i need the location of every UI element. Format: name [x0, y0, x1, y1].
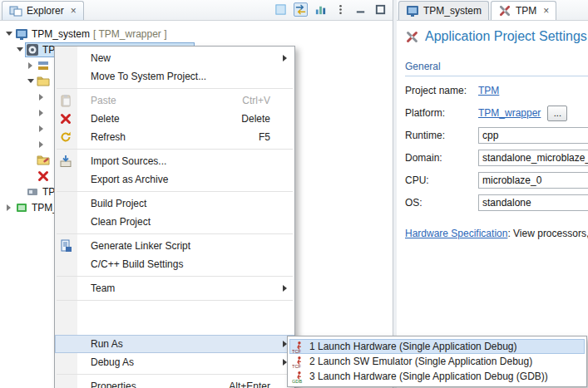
field-input[interactable]	[478, 194, 588, 211]
menu-item-label: Build Project	[91, 198, 146, 209]
field-input[interactable]	[478, 172, 588, 189]
settings-icon	[405, 30, 419, 44]
menu-item-icon-slot	[59, 356, 73, 369]
menu-item-run-as[interactable]: Run As	[55, 335, 294, 353]
menu-item-icon-slot	[59, 337, 73, 351]
tree-item-decorator: [ TPM_wrapper ]	[93, 28, 166, 40]
menu-item-new[interactable]: New	[55, 49, 294, 67]
delete-icon	[59, 112, 73, 125]
submenu-item-label: 2 Launch SW Emulator (Single Application…	[309, 356, 532, 367]
submenu-arrow-icon	[279, 55, 290, 61]
system-project-icon	[15, 27, 28, 41]
system-project-icon	[406, 4, 419, 17]
minimize-icon[interactable]	[353, 2, 368, 17]
menu-separator	[57, 88, 293, 89]
tab-tpm-system[interactable]: TPM_system	[398, 1, 489, 20]
menu-item-move-to-system-project[interactable]: Move To System Project...	[55, 67, 294, 86]
tree-indent	[14, 184, 25, 199]
menu-separator	[57, 191, 293, 192]
close-icon[interactable]: ×	[543, 6, 549, 16]
blue-square-icon[interactable]	[274, 2, 288, 17]
explorer-toolbar	[274, 2, 393, 20]
menu-item-c-c-build-settings[interactable]: C/C++ Build Settings	[55, 255, 294, 273]
run-as-submenu: TCF1 Launch Hardware (Single Application…	[287, 336, 587, 387]
tree-item-label: TPM_system	[32, 28, 90, 40]
tab-label: Explorer	[27, 5, 64, 17]
menu-item-team[interactable]: Team	[55, 279, 294, 297]
hardware-specification-link[interactable]: Hardware Specification	[405, 228, 507, 239]
submenu-item-3-launch-hardware-single-application-debug-gdb[interactable]: GDB3 Launch Hardware (Single Application…	[289, 369, 585, 384]
close-icon[interactable]: ×	[71, 6, 77, 16]
field-input[interactable]	[478, 150, 588, 166]
expand-arrow-icon[interactable]	[25, 58, 36, 73]
folder-icon	[37, 75, 50, 88]
field-input[interactable]	[478, 127, 588, 144]
menu-separator	[57, 374, 293, 375]
menu-separator	[57, 300, 293, 301]
menu-item-build-project[interactable]: Build Project	[55, 194, 294, 213]
field-label: Project name:	[405, 85, 478, 96]
settings-icon	[498, 4, 511, 17]
menu-item-refresh[interactable]: RefreshF5	[55, 128, 294, 146]
menu-item-delete[interactable]: DeleteDelete	[55, 110, 294, 128]
submenu-item-label: 3 Launch Hardware (Single Application De…	[309, 371, 548, 382]
project-settings-editor: Application Project Settings General Pro…	[397, 21, 588, 388]
tab-label: TPM_system	[423, 5, 482, 17]
browse-button[interactable]: ...	[547, 106, 567, 121]
expand-arrow-icon[interactable]	[36, 121, 47, 136]
tab-label: TPM	[516, 5, 536, 17]
submenu-item-1-launch-hardware-single-application-debug[interactable]: TCF1 Launch Hardware (Single Application…	[289, 339, 585, 354]
menu-item-label: Run As	[91, 338, 123, 350]
menu-item-icon-slot	[59, 52, 73, 65]
import-icon	[59, 155, 73, 168]
expand-arrow-icon[interactable]	[25, 74, 36, 89]
menu-item-import-sources[interactable]: Import Sources...	[55, 152, 294, 170]
tree-row[interactable]: TPM_system[ TPM_wrapper ]	[0, 26, 393, 42]
expand-arrow-icon[interactable]	[36, 106, 47, 120]
explorer-icon	[9, 4, 22, 17]
link-editor-icon[interactable]	[294, 2, 308, 17]
submenu-item-label: 1 Launch Hardware (Single Application De…	[309, 341, 517, 352]
menu-item-icon-slot	[59, 197, 73, 210]
expand-arrow-icon[interactable]	[36, 90, 47, 105]
field-project-name: Project name:TPM	[405, 82, 588, 99]
field-label: Runtime:	[405, 130, 478, 141]
maximize-icon[interactable]	[373, 2, 388, 17]
submenu-arrow-icon	[279, 285, 290, 292]
chart-icon[interactable]	[314, 2, 328, 17]
expand-arrow-icon[interactable]	[14, 42, 25, 57]
field-value-link[interactable]: TPM_wrapper	[478, 107, 541, 119]
menu-item-icon-slot	[59, 215, 73, 228]
context-menu: NewMove To System Project...PasteCtrl+VD…	[54, 46, 295, 388]
gdb-debug-icon: GDB	[292, 371, 304, 383]
menu-item-debug-as[interactable]: Debug As	[55, 353, 294, 371]
editor-area: TPM_systemTPM× Application Project Setti…	[397, 0, 588, 388]
menu-item-label: Delete	[91, 113, 120, 125]
field-label: OS:	[405, 197, 478, 209]
tab-tpm[interactable]: TPM×	[491, 1, 556, 20]
field-label: CPU:	[405, 174, 478, 186]
menu-spacer	[55, 303, 294, 335]
svg-text:GDB: GDB	[292, 378, 302, 382]
menu-item-label: Debug As	[91, 356, 134, 368]
section-general: General	[405, 61, 588, 76]
submenu-item-2-launch-sw-emulator-single-application-debug[interactable]: TCF2 Launch SW Emulator (Single Applicat…	[289, 354, 585, 369]
menu-item-generate-linker-script[interactable]: Generate Linker Script	[55, 237, 294, 255]
expand-arrow-icon[interactable]	[3, 27, 14, 42]
menu-item-export-as-archive[interactable]: Export as Archive	[55, 170, 294, 189]
expand-arrow-icon[interactable]	[36, 137, 47, 152]
menu-item-properties[interactable]: PropertiesAlt+Enter	[55, 377, 294, 388]
tree-item[interactable]: TPM_system[ TPM_wrapper ]	[14, 27, 170, 42]
menu-item-paste[interactable]: PasteCtrl+V	[55, 91, 294, 110]
field-label: Platform:	[405, 107, 478, 119]
field-cpu: CPU:	[405, 172, 588, 189]
svg-text:TCF: TCF	[292, 348, 301, 352]
error-icon	[37, 169, 50, 183]
field-value-link[interactable]: TPM	[478, 85, 499, 96]
tcf-debug-icon: TCF	[292, 356, 304, 368]
expand-arrow-icon[interactable]	[3, 200, 14, 215]
tab-explorer[interactable]: Explorer ×	[2, 1, 84, 20]
menu-item-icon-slot	[59, 282, 73, 295]
view-menu-icon[interactable]	[334, 2, 348, 17]
menu-item-clean-project[interactable]: Clean Project	[55, 213, 294, 231]
